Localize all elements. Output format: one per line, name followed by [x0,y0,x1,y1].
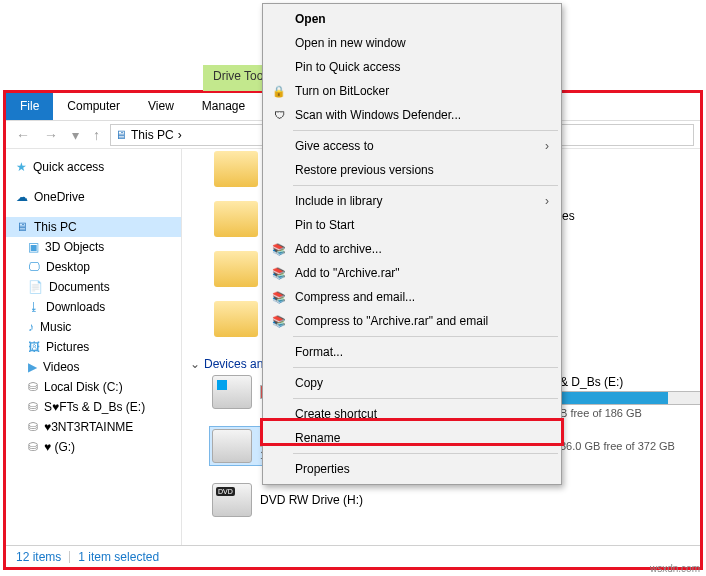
cm-pin-start[interactable]: Pin to Start [265,213,559,237]
chevron-down-icon: ⌄ [190,357,200,371]
cm-label: Copy [295,376,323,390]
tab-manage[interactable]: Manage [188,93,259,120]
star-icon: ★ [16,160,27,174]
winrar-icon: 📚 [271,313,287,329]
cm-label: Add to archive... [295,242,382,256]
nav-up-icon[interactable]: ↑ [89,127,104,143]
cm-windows-defender[interactable]: 🛡Scan with Windows Defender... [265,103,559,127]
cm-label: Scan with Windows Defender... [295,108,461,122]
sidebar-item[interactable]: ⛁♥ (G:) [6,437,181,457]
sidebar-item[interactable]: ♪Music [6,317,181,337]
context-menu: Open Open in new window Pin to Quick acc… [262,3,562,485]
cm-format[interactable]: Format... [265,340,559,364]
tab-computer[interactable]: Computer [53,93,134,120]
sidebar-quick-access[interactable]: ★Quick access [6,157,181,177]
tab-file[interactable]: File [6,93,53,120]
sidebar-item[interactable]: 🖼Pictures [6,337,181,357]
sidebar-item[interactable]: 🖵Desktop [6,257,181,277]
status-count: 12 items [16,550,61,564]
sidebar-this-pc[interactable]: 🖥This PC [6,217,181,237]
sidebar-label: Downloads [46,300,105,314]
cm-label: Pin to Start [295,218,354,232]
sidebar-label: This PC [34,220,77,234]
cm-label: Pin to Quick access [295,60,400,74]
cm-add-rar[interactable]: 📚Add to "Archive.rar" [265,261,559,285]
cm-label: Turn on BitLocker [295,84,389,98]
sidebar-item[interactable]: ⛁S♥FTs & D_Bs (E:) [6,397,181,417]
folder-thumb[interactable] [214,301,258,337]
sidebar-label: ♥3NT3RTAINME [44,420,133,434]
drive-icon: ⛁ [28,420,38,434]
sidebar-item[interactable]: ⛁Local Disk (C:) [6,377,181,397]
nav-recent-icon[interactable]: ▾ [68,127,83,143]
cm-rename[interactable]: Rename [265,426,559,450]
sidebar-label: S♥FTs & D_Bs (E:) [44,400,145,414]
cm-label: Open [295,12,326,26]
cm-pin-quick-access[interactable]: Pin to Quick access [265,55,559,79]
sidebar-label: Local Disk (C:) [44,380,123,394]
sidebar-label: Music [40,320,71,334]
sidebar-label: Desktop [46,260,90,274]
cm-label: Properties [295,462,350,476]
nav-back-icon[interactable]: ← [12,127,34,143]
sidebar-label: Documents [49,280,110,294]
breadcrumb-this-pc[interactable]: This PC [131,128,174,142]
sidebar-label: OneDrive [34,190,85,204]
cm-give-access[interactable]: Give access to› [265,134,559,158]
cm-compress-rar-email[interactable]: 📚Compress to "Archive.rar" and email [265,309,559,333]
cm-create-shortcut[interactable]: Create shortcut [265,402,559,426]
pc-icon: 🖥 [16,220,28,234]
sidebar-item[interactable]: 📄Documents [6,277,181,297]
cm-open-new-window[interactable]: Open in new window [265,31,559,55]
tab-view[interactable]: View [134,93,188,120]
drive-sub: B free of 186 GB [560,407,700,419]
cm-add-archive[interactable]: 📚Add to archive... [265,237,559,261]
winrar-icon: 📚 [271,289,287,305]
folder-thumb[interactable] [214,151,258,187]
nav-pane: ★Quick access ☁OneDrive 🖥This PC ▣3D Obj… [6,149,182,545]
drive-sub: 36.0 GB free of 372 GB [560,440,700,452]
text-fragment: es [562,209,575,223]
cm-separator [293,130,558,131]
sidebar-item[interactable]: ▶Videos [6,357,181,377]
cm-separator [293,367,558,368]
cm-label: Open in new window [295,36,406,50]
drive-name: DVD RW Drive (H:) [260,493,410,507]
videos-icon: ▶ [28,360,37,374]
pictures-icon: 🖼 [28,340,40,354]
nav-forward-icon[interactable]: → [40,127,62,143]
bitlocker-icon: 🔒 [271,83,287,99]
cm-compress-email[interactable]: 📚Compress and email... [265,285,559,309]
sidebar-onedrive[interactable]: ☁OneDrive [6,187,181,207]
cm-label: Add to "Archive.rar" [295,266,400,280]
sidebar-item[interactable]: ⛁♥3NT3RTAINME [6,417,181,437]
shield-icon: 🛡 [271,107,287,123]
cm-open[interactable]: Open [265,7,559,31]
cm-bitlocker[interactable]: 🔒Turn on BitLocker [265,79,559,103]
cm-separator [293,336,558,337]
cm-label: Give access to [295,139,374,153]
cm-label: Create shortcut [295,407,377,421]
cm-label: Compress and email... [295,290,415,304]
cube-icon: ▣ [28,240,39,254]
documents-icon: 📄 [28,280,43,294]
sidebar-label: 3D Objects [45,240,104,254]
drive-h[interactable]: DVD RW Drive (H:) [212,483,422,517]
cm-copy[interactable]: Copy [265,371,559,395]
cm-include-library[interactable]: Include in library› [265,189,559,213]
status-selected: 1 item selected [78,550,159,564]
breadcrumb-sep: › [178,128,182,142]
status-bar: 12 items 1 item selected [6,545,700,567]
folder-thumb[interactable] [214,251,258,287]
cloud-icon: ☁ [16,190,28,204]
folder-thumb[interactable] [214,201,258,237]
cm-restore-versions[interactable]: Restore previous versions [265,158,559,182]
sidebar-item[interactable]: ⭳Downloads [6,297,181,317]
sidebar-item[interactable]: ▣3D Objects [6,237,181,257]
cm-label: Include in library [295,194,382,208]
dvd-drive-icon [212,483,252,517]
cm-separator [293,453,558,454]
drive-icon: ⛁ [28,380,38,394]
cm-properties[interactable]: Properties [265,457,559,481]
chevron-right-icon: › [545,139,549,153]
